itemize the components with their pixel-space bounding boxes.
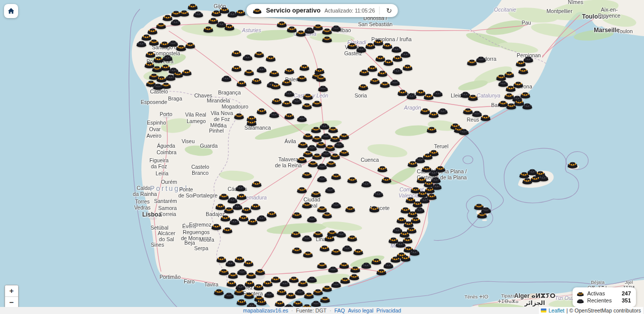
beacon-marker-active[interactable] bbox=[466, 58, 477, 66]
beacon-marker-recent[interactable] bbox=[170, 18, 181, 26]
beacon-marker-active[interactable] bbox=[233, 287, 245, 295]
beacon-marker-recent[interactable] bbox=[316, 162, 328, 170]
beacon-marker-recent[interactable] bbox=[301, 234, 312, 242]
beacon-marker-active[interactable] bbox=[301, 200, 312, 208]
beacon-marker-recent[interactable] bbox=[458, 127, 469, 135]
beacon-marker-active[interactable] bbox=[428, 110, 439, 118]
beacon-marker-active[interactable] bbox=[347, 234, 358, 242]
beacon-marker-active[interactable] bbox=[480, 113, 491, 121]
beacon-marker-recent[interactable] bbox=[284, 89, 295, 97]
beacon-marker-active[interactable] bbox=[407, 159, 418, 167]
beacon-marker-active[interactable] bbox=[297, 279, 308, 287]
beacon-marker-recent[interactable] bbox=[223, 291, 234, 299]
beacon-marker-active[interactable] bbox=[243, 259, 254, 267]
beacon-marker-active[interactable] bbox=[371, 257, 382, 265]
beacon-marker-active[interactable] bbox=[148, 38, 159, 46]
beacon-marker-recent[interactable] bbox=[406, 91, 417, 99]
beacon-marker-recent[interactable] bbox=[331, 200, 342, 208]
beacon-marker-recent[interactable] bbox=[291, 96, 302, 104]
beacon-marker-recent[interactable] bbox=[356, 45, 367, 53]
leaflet-link[interactable]: Leaflet bbox=[548, 307, 565, 313]
beacon-marker-active[interactable] bbox=[423, 92, 434, 100]
beacon-marker-active[interactable] bbox=[379, 80, 390, 88]
beacon-marker-active[interactable] bbox=[381, 175, 392, 183]
beacon-marker-recent[interactable] bbox=[242, 53, 253, 61]
beacon-marker-active[interactable] bbox=[316, 261, 328, 269]
beacon-marker-recent[interactable] bbox=[325, 185, 336, 193]
beacon-marker-active[interactable] bbox=[319, 244, 330, 252]
beacon-marker-active[interactable] bbox=[515, 59, 526, 67]
beacon-marker-recent[interactable] bbox=[235, 183, 246, 191]
beacon-marker-recent[interactable] bbox=[317, 84, 329, 92]
beacon-marker-active[interactable] bbox=[246, 118, 257, 126]
beacon-marker-active[interactable] bbox=[251, 76, 262, 84]
beacon-marker-active[interactable] bbox=[321, 35, 333, 43]
beacon-marker-recent[interactable] bbox=[522, 101, 533, 110]
beacon-marker-active[interactable] bbox=[224, 23, 235, 31]
beacon-marker-active[interactable] bbox=[231, 49, 242, 57]
privacy-link[interactable]: Privacidad bbox=[376, 307, 401, 313]
beacon-marker-active[interactable] bbox=[310, 189, 321, 197]
beacon-marker-recent[interactable] bbox=[221, 74, 232, 82]
beacon-marker-active[interactable] bbox=[236, 297, 247, 305]
beacon-marker-active[interactable] bbox=[467, 93, 478, 101]
beacon-marker-active[interactable] bbox=[296, 74, 307, 82]
beacon-marker-active[interactable] bbox=[339, 261, 350, 269]
beacon-marker-recent[interactable] bbox=[264, 290, 275, 298]
beacon-marker-recent[interactable] bbox=[342, 244, 353, 252]
zoom-out-button[interactable]: − bbox=[5, 297, 18, 308]
beacon-marker-recent[interactable] bbox=[225, 259, 236, 267]
beacon-marker-active[interactable] bbox=[290, 230, 301, 238]
beacon-marker-active[interactable] bbox=[269, 69, 280, 77]
beacon-marker-active[interactable] bbox=[345, 204, 356, 213]
beacon-marker-active[interactable] bbox=[281, 99, 292, 107]
beacon-marker-active[interactable] bbox=[350, 265, 361, 273]
beacon-marker-active[interactable] bbox=[236, 79, 247, 87]
beacon-marker-active[interactable] bbox=[151, 64, 163, 72]
beacon-marker-recent[interactable] bbox=[336, 230, 347, 238]
beacon-marker-recent[interactable] bbox=[296, 114, 307, 122]
beacon-marker-active[interactable] bbox=[301, 170, 312, 178]
beacon-marker-active[interactable] bbox=[359, 68, 370, 76]
beacon-marker-active[interactable] bbox=[376, 267, 387, 275]
beacon-marker-active[interactable] bbox=[281, 78, 292, 86]
beacon-marker-recent[interactable] bbox=[152, 82, 164, 90]
beacon-marker-recent[interactable] bbox=[269, 110, 280, 118]
beacon-marker-recent[interactable] bbox=[392, 66, 403, 74]
beacon-marker-active[interactable] bbox=[324, 234, 335, 242]
beacon-marker-active[interactable] bbox=[567, 160, 578, 168]
beacon-marker-active[interactable] bbox=[377, 164, 388, 172]
refresh-button[interactable]: ↻ bbox=[383, 5, 394, 16]
beacon-marker-recent[interactable] bbox=[373, 189, 384, 197]
beacon-marker-active[interactable] bbox=[347, 175, 358, 183]
beacon-marker-active[interactable] bbox=[159, 40, 170, 48]
beacon-marker-recent[interactable] bbox=[279, 279, 290, 287]
beacon-marker-recent[interactable] bbox=[361, 261, 372, 269]
home-button[interactable] bbox=[4, 4, 18, 18]
beacon-marker-active[interactable] bbox=[251, 179, 262, 187]
beacon-marker-active[interactable] bbox=[211, 9, 222, 17]
beacon-marker-active[interactable] bbox=[296, 185, 307, 193]
beacon-marker-active[interactable] bbox=[321, 27, 333, 35]
beacon-marker-active[interactable] bbox=[276, 20, 287, 28]
beacon-marker-active[interactable] bbox=[476, 211, 488, 219]
legal-link[interactable]: Aviso legal bbox=[348, 307, 373, 313]
beacon-marker-active[interactable] bbox=[303, 291, 314, 299]
beacon-marker-active[interactable] bbox=[271, 96, 282, 104]
beacon-marker-recent[interactable] bbox=[361, 179, 372, 187]
map-canvas[interactable]: GijónAsturiesCantabriaBilbaoEuskadiVitor… bbox=[0, 0, 644, 314]
beacon-marker-recent[interactable] bbox=[316, 174, 328, 182]
beacon-marker-active[interactable] bbox=[244, 68, 255, 76]
beacon-marker-active[interactable] bbox=[253, 282, 264, 290]
beacon-marker-active[interactable] bbox=[254, 50, 265, 58]
beacon-marker-active[interactable] bbox=[284, 112, 295, 120]
beacon-marker-active[interactable] bbox=[227, 271, 238, 279]
beacon-marker-active[interactable] bbox=[231, 64, 242, 72]
beacon-marker-active[interactable] bbox=[270, 81, 281, 89]
beacon-marker-active[interactable] bbox=[358, 82, 369, 90]
beacon-marker-recent[interactable] bbox=[389, 78, 400, 86]
beacon-marker-active[interactable] bbox=[296, 155, 307, 163]
beacon-marker-active[interactable] bbox=[291, 246, 302, 254]
beacon-marker-active[interactable] bbox=[400, 254, 411, 262]
beacon-marker-active[interactable] bbox=[312, 230, 324, 238]
